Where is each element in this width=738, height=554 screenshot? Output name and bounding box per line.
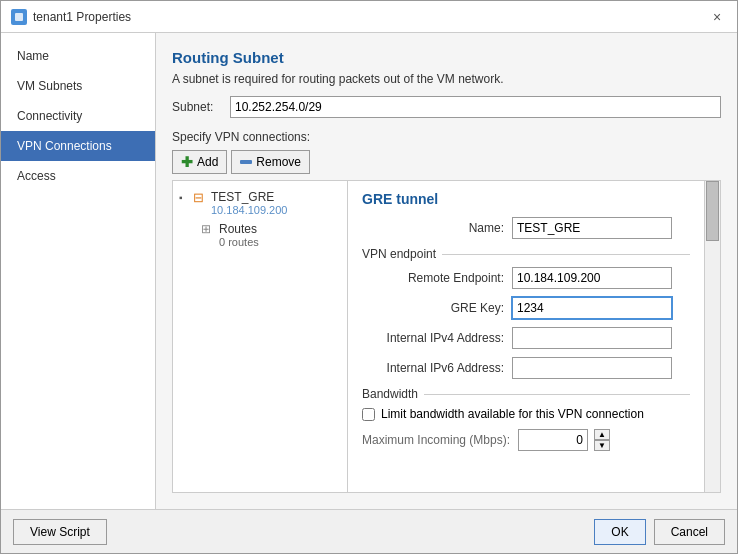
limit-bandwidth-label: Limit bandwidth available for this VPN c… [381, 407, 644, 421]
sidebar: Name VM Subnets Connectivity VPN Connect… [1, 33, 156, 509]
tree-panel: ▪ ⊟ TEST_GRE 10.184.109.200 ⊞ Routes 0 r… [173, 181, 348, 492]
internal-ipv4-label: Internal IPv4 Address: [362, 331, 512, 345]
group-divider [442, 254, 690, 255]
routes-text: Routes 0 routes [219, 222, 259, 248]
internal-ipv4-row: Internal IPv4 Address: [362, 327, 690, 349]
spinner-up-button[interactable]: ▲ [594, 429, 610, 440]
routes-count: 0 routes [219, 236, 259, 248]
scrollbar[interactable] [704, 181, 720, 492]
panel-area: ▪ ⊟ TEST_GRE 10.184.109.200 ⊞ Routes 0 r… [172, 180, 721, 493]
window-title: tenant1 Properties [33, 10, 131, 24]
sidebar-item-vm-subnets[interactable]: VM Subnets [1, 71, 155, 101]
name-input[interactable] [512, 217, 672, 239]
internal-ipv4-input[interactable] [512, 327, 672, 349]
subnet-input[interactable] [230, 96, 721, 118]
routes-label: Routes [219, 222, 259, 236]
subnet-row: Subnet: [172, 96, 721, 118]
remote-endpoint-label: Remote Endpoint: [362, 271, 512, 285]
section-description: A subnet is required for routing packets… [172, 72, 721, 86]
bandwidth-divider [424, 394, 690, 395]
scrollbar-thumb[interactable] [706, 181, 719, 241]
gre-key-input[interactable] [512, 297, 672, 319]
main-content: Name VM Subnets Connectivity VPN Connect… [1, 33, 737, 509]
close-button[interactable]: × [707, 7, 727, 27]
spinner-buttons: ▲ ▼ [594, 429, 610, 451]
tree-item-test-gre[interactable]: ▪ ⊟ TEST_GRE 10.184.109.200 [173, 187, 347, 219]
tree-routes-item[interactable]: ⊞ Routes 0 routes [173, 219, 347, 248]
gre-tunnel-title: GRE tunnel [362, 191, 690, 207]
content-area: Routing Subnet A subnet is required for … [156, 33, 737, 509]
network-icon: ⊟ [193, 190, 207, 205]
vpn-endpoint-label: VPN endpoint [362, 247, 436, 261]
remove-icon [240, 160, 252, 164]
vpn-toolbar: ✚ Add Remove [172, 150, 721, 174]
sidebar-item-connectivity[interactable]: Connectivity [1, 101, 155, 131]
max-incoming-row: Maximum Incoming (Mbps): ▲ ▼ [362, 429, 690, 451]
tree-item-name: TEST_GRE [211, 190, 287, 204]
bandwidth-label: Bandwidth [362, 387, 418, 401]
title-bar-left: tenant1 Properties [11, 9, 131, 25]
remote-endpoint-input[interactable] [512, 267, 672, 289]
footer: View Script OK Cancel [1, 509, 737, 553]
svg-rect-0 [15, 13, 23, 21]
add-button[interactable]: ✚ Add [172, 150, 227, 174]
vpn-connections-label: Specify VPN connections: [172, 130, 721, 144]
bandwidth-group: Bandwidth [362, 387, 690, 401]
remote-endpoint-row: Remote Endpoint: [362, 267, 690, 289]
name-label: Name: [362, 221, 512, 235]
sidebar-item-name[interactable]: Name [1, 41, 155, 71]
internal-ipv6-label: Internal IPv6 Address: [362, 361, 512, 375]
view-script-button[interactable]: View Script [13, 519, 107, 545]
internal-ipv6-input[interactable] [512, 357, 672, 379]
tree-item-ip: 10.184.109.200 [211, 204, 287, 216]
section-title: Routing Subnet [172, 49, 721, 66]
subnet-label: Subnet: [172, 100, 222, 114]
ok-button[interactable]: OK [594, 519, 645, 545]
tree-expand-icon: ▪ [179, 192, 189, 203]
add-label: Add [197, 155, 218, 169]
spinner-down-button[interactable]: ▼ [594, 440, 610, 451]
sidebar-item-access[interactable]: Access [1, 161, 155, 191]
name-row: Name: [362, 217, 690, 239]
vpn-endpoint-group: VPN endpoint [362, 247, 690, 261]
add-icon: ✚ [181, 154, 193, 170]
max-incoming-input[interactable] [518, 429, 588, 451]
properties-window: tenant1 Properties × Name VM Subnets Con… [0, 0, 738, 554]
sidebar-item-vpn-connections[interactable]: VPN Connections [1, 131, 155, 161]
title-bar: tenant1 Properties × [1, 1, 737, 33]
limit-bandwidth-checkbox[interactable] [362, 408, 375, 421]
remove-button[interactable]: Remove [231, 150, 310, 174]
cancel-button[interactable]: Cancel [654, 519, 725, 545]
footer-right: OK Cancel [594, 519, 725, 545]
routes-icon: ⊞ [201, 222, 215, 236]
max-incoming-label: Maximum Incoming (Mbps): [362, 433, 512, 447]
gre-key-label: GRE Key: [362, 301, 512, 315]
remove-label: Remove [256, 155, 301, 169]
gre-key-row: GRE Key: [362, 297, 690, 319]
tree-text: TEST_GRE 10.184.109.200 [211, 190, 287, 216]
detail-panel: GRE tunnel Name: VPN endpoint Remote End… [348, 181, 704, 492]
window-icon [11, 9, 27, 25]
limit-bandwidth-row: Limit bandwidth available for this VPN c… [362, 407, 690, 421]
internal-ipv6-row: Internal IPv6 Address: [362, 357, 690, 379]
